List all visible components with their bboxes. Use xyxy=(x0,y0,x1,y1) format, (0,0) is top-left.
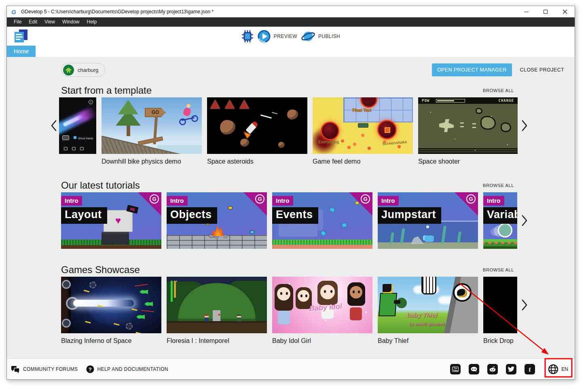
templates-prev-arrow[interactable] xyxy=(51,120,57,131)
menu-window[interactable]: Window xyxy=(59,17,83,27)
maximize-button[interactable] xyxy=(536,6,555,17)
orb-target-core xyxy=(385,127,390,133)
close-project-button[interactable]: CLOSE PROJECT xyxy=(520,67,564,73)
svg-text:?: ? xyxy=(88,366,91,372)
screenshake-label: Screenshake xyxy=(382,139,407,146)
twitter-link[interactable] xyxy=(506,364,516,374)
close-button[interactable] xyxy=(555,6,575,17)
tutorial-card-layout[interactable]: ♥ Hi G Intro Layout xyxy=(61,192,161,249)
thief-arm xyxy=(394,300,400,304)
showcase-next-arrow[interactable] xyxy=(521,299,528,311)
template-label: Space shooter xyxy=(418,158,518,165)
asteroid xyxy=(501,122,511,132)
asteroid xyxy=(220,120,235,135)
tutorial-title: Variables xyxy=(483,207,517,224)
publish-button[interactable]: PUBLISH xyxy=(301,29,340,43)
intro-badge: Intro xyxy=(167,196,188,206)
showcase-card-baby-thief[interactable]: baby Thief by mahdi ghasemi xyxy=(378,277,478,333)
menu-edit[interactable]: Edit xyxy=(25,17,41,27)
pine-tree-upper xyxy=(118,100,138,114)
door-handle xyxy=(218,314,220,315)
energy-bar-orange xyxy=(174,281,176,298)
minimize-button[interactable] xyxy=(516,6,536,17)
chibi-girl-face xyxy=(320,285,335,299)
chibi-girl-body xyxy=(350,307,362,320)
thief-head xyxy=(383,284,393,293)
template-card-space-asteroids[interactable] xyxy=(207,97,307,154)
tutorial-title: Objects xyxy=(167,207,217,224)
showcase-label: Baby Idol Girl xyxy=(272,337,372,345)
help-documentation-link[interactable]: ? HELP AND DOCUMENTATION xyxy=(86,365,169,373)
spike-strip xyxy=(483,242,517,246)
user-chip[interactable]: charburg xyxy=(61,63,105,77)
tab-home[interactable]: Home xyxy=(7,46,36,57)
tutorial-card-events[interactable]: G Intro Events xyxy=(272,192,372,249)
everything-label: Everything xyxy=(318,140,339,144)
template-card-game-feel-demo[interactable]: Float Text Everything Screenshake xyxy=(313,97,413,154)
chibi-girl-face xyxy=(277,287,290,301)
laser-dash xyxy=(272,112,277,114)
showcase-card-blazing-inferno[interactable] xyxy=(61,277,161,333)
particle-dots xyxy=(341,139,344,143)
intro-badge: Intro xyxy=(378,196,399,206)
facebook-link[interactable]: f xyxy=(525,364,535,374)
project-manager-button[interactable] xyxy=(13,29,29,44)
showcase-card-brick-drop[interactable] xyxy=(483,277,517,333)
debugger-button[interactable] xyxy=(241,30,254,43)
facebook-icon: f xyxy=(526,366,533,373)
community-forums-link[interactable]: COMMUNITY FORUMS xyxy=(11,365,78,373)
bee-sprite-blue xyxy=(250,230,254,234)
preview-play-icon xyxy=(257,29,271,43)
cat-logo xyxy=(457,289,467,297)
tutorial-card-objects[interactable]: G Intro Objects xyxy=(167,192,267,249)
checkbox-icon xyxy=(74,136,76,139)
templates-browse-all[interactable]: BROWSE ALL xyxy=(483,88,514,93)
tutorial-card-variables[interactable]: +1 Intro Variables xyxy=(483,192,517,249)
player-ship xyxy=(439,119,454,132)
showcase-card-floresia[interactable] xyxy=(167,277,267,333)
thief-body xyxy=(379,293,397,316)
preview-button[interactable]: PREVIEW xyxy=(257,29,297,43)
intro-badge: Intro xyxy=(272,196,293,206)
tutorials-browse-all[interactable]: BROWSE ALL xyxy=(483,183,514,188)
enemy-ship xyxy=(210,100,220,109)
tutorial-card-jumpstart[interactable]: G Intro Jumpstart xyxy=(378,192,478,249)
menu-view[interactable]: View xyxy=(41,17,59,27)
tutorial-title: Jumpstart xyxy=(378,207,441,224)
open-project-manager-button[interactable]: OPEN PROJECT MANAGER xyxy=(432,63,512,76)
templates-next-arrow[interactable] xyxy=(521,120,528,131)
showcase-card-baby-idol-girl[interactable]: Baby idol xyxy=(272,277,372,333)
reddit-link[interactable] xyxy=(487,364,498,374)
asteroid xyxy=(287,109,298,120)
template-card-particle-effects-demo[interactable]: i Show frame xyxy=(59,97,96,154)
globe-icon xyxy=(548,364,558,374)
discord-link[interactable] xyxy=(469,364,479,374)
template-card-space-shooter[interactable]: POW CHANGE xyxy=(418,97,518,154)
youtube-link[interactable]: You Tube xyxy=(450,364,461,374)
showcase-section-header: Games Showcase BROWSE ALL xyxy=(61,264,514,275)
tutorials-next-arrow[interactable] xyxy=(521,215,528,226)
falling-sprite xyxy=(329,207,335,213)
menu-file[interactable]: File xyxy=(10,17,25,27)
pow-label: POW xyxy=(422,99,429,103)
intro-badge: Intro xyxy=(483,196,504,206)
showcase-carousel: Blazing Inferno of Space xyxy=(7,277,575,345)
fish-sprite xyxy=(425,236,434,242)
showcase-browse-all[interactable]: BROWSE ALL xyxy=(483,267,514,272)
templates-carousel: i Show frame xyxy=(7,97,575,165)
chibi-girl-face xyxy=(298,290,309,302)
minimize-icon xyxy=(524,12,529,12)
info-icon: i xyxy=(89,100,93,104)
rider-body xyxy=(182,107,191,117)
language-selector[interactable]: EN xyxy=(548,364,568,374)
language-label: EN xyxy=(561,366,568,372)
show-frame-label: Show frame xyxy=(78,137,93,140)
menu-help[interactable]: Help xyxy=(83,17,101,27)
red-orb-left xyxy=(321,122,339,140)
template-card-downhill-bike[interactable]: GO xyxy=(102,97,202,154)
asteroid xyxy=(240,139,249,147)
ground-base xyxy=(483,246,517,249)
dirt-strip xyxy=(272,245,372,249)
video-social-icons xyxy=(64,147,84,150)
showcase-title: Games Showcase xyxy=(61,264,140,275)
